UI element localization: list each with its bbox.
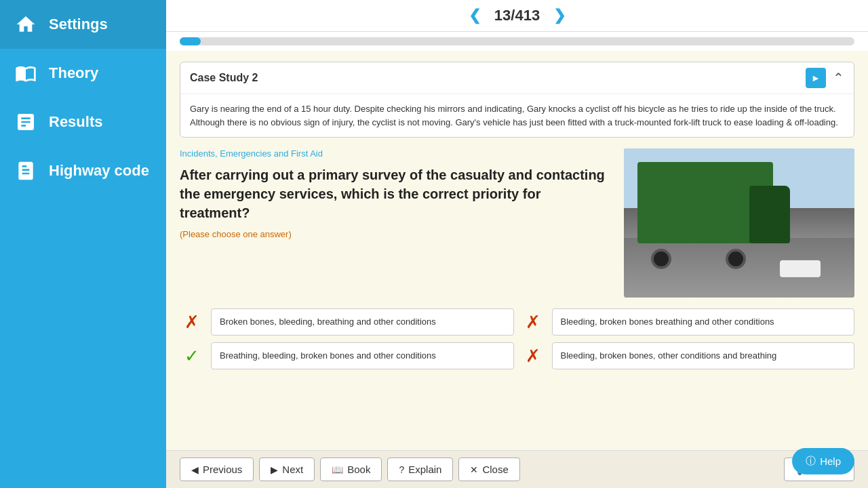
previous-icon: ◀: [191, 464, 199, 475]
help-button[interactable]: ⓘ Help: [792, 448, 854, 474]
sidebar: Settings Theory Results Highway code: [0, 0, 166, 488]
next-icon: ▶: [271, 464, 278, 475]
explain-label: Explain: [408, 464, 441, 475]
next-button[interactable]: ▶ Next: [259, 458, 315, 481]
sidebar-item-results-label: Results: [49, 113, 102, 131]
answer-c-icon: ✓: [180, 344, 204, 368]
next-label: Next: [282, 464, 303, 475]
case-study-title: Case Study 2: [190, 72, 258, 84]
question-left: Incidents, Emergencies and First Aid Aft…: [180, 148, 610, 298]
truck-wheel-rear: [726, 249, 746, 269]
question-nav: ❮ 13/413 ❯: [166, 0, 868, 32]
explain-icon: ?: [399, 464, 404, 475]
home-icon: [14, 12, 38, 37]
case-study-box: Case Study 2 ► ⌃ Gary is nearing the end…: [180, 62, 854, 138]
question-section: Incidents, Emergencies and First Aid Aft…: [180, 148, 854, 298]
sidebar-item-settings-label: Settings: [49, 16, 108, 33]
answer-a-text: Broken bones, bleeding, breathing and ot…: [211, 308, 514, 336]
progress-bar-fill: [180, 37, 201, 45]
sidebar-item-highway-code-label: Highway code: [49, 162, 149, 180]
previous-label: Previous: [203, 464, 242, 475]
answer-item-d[interactable]: ✗ Bleeding, broken bones, other conditio…: [521, 342, 855, 369]
answer-d-icon: ✗: [521, 344, 545, 368]
book-button[interactable]: 📖 Book: [320, 458, 382, 481]
book-icon: 📖: [332, 464, 343, 475]
close-icon: ✕: [470, 464, 478, 475]
truck-wheel-front: [651, 249, 671, 269]
answer-b-text: Bleeding, broken bones breathing and oth…: [552, 308, 855, 336]
sidebar-item-results[interactable]: Results: [0, 98, 166, 146]
person-on-ground: [780, 260, 821, 277]
question-text: After carrying out a primary survey of t…: [180, 165, 610, 222]
sidebar-item-highway-code[interactable]: Highway code: [0, 146, 166, 195]
content-area: Case Study 2 ► ⌃ Gary is nearing the end…: [166, 51, 868, 450]
prev-question-arrow[interactable]: ❮: [469, 7, 481, 24]
answer-a-icon: ✗: [180, 310, 204, 334]
case-study-text: Gary is nearing the end of a 15 hour dut…: [180, 94, 854, 137]
sidebar-item-settings[interactable]: Settings: [0, 0, 166, 49]
case-study-play-button[interactable]: ►: [806, 68, 826, 88]
truck-cab: [749, 186, 790, 243]
case-study-collapse-button[interactable]: ⌃: [833, 70, 844, 86]
progress-bar-track: [180, 37, 854, 45]
book-open-icon: [14, 61, 38, 85]
sidebar-item-theory[interactable]: Theory: [0, 49, 166, 98]
previous-button[interactable]: ◀ Previous: [180, 458, 254, 481]
explain-button[interactable]: ? Explain: [387, 458, 453, 481]
answer-item-b[interactable]: ✗ Bleeding, broken bones breathing and o…: [521, 308, 855, 336]
question-counter: 13/413: [494, 7, 540, 24]
answer-c-text: Breathing, bleeding, broken bones and ot…: [211, 342, 514, 369]
answer-item-a[interactable]: ✗ Broken bones, bleeding, breathing and …: [180, 308, 514, 336]
sidebar-item-theory-label: Theory: [49, 64, 98, 82]
book-label: Book: [347, 464, 370, 475]
chart-icon: [14, 110, 38, 134]
answer-d-text: Bleeding, broken bones, other conditions…: [552, 342, 855, 369]
question-category: Incidents, Emergencies and First Aid: [180, 148, 610, 159]
help-circle-icon: ⓘ: [806, 455, 816, 468]
close-button[interactable]: ✕ Close: [458, 458, 519, 481]
answer-item-c[interactable]: ✓ Breathing, bleeding, broken bones and …: [180, 342, 514, 369]
answer-b-icon: ✗: [521, 310, 545, 334]
truck-scene-illustration: [624, 148, 854, 298]
progress-bar-container: [166, 32, 868, 51]
bottom-toolbar: ◀ Previous ▶ Next 📖 Book ? Explain ✕ Clo…: [166, 450, 868, 488]
question-instruction: (Please choose one answer): [180, 229, 610, 239]
question-image: [624, 148, 854, 298]
help-label: Help: [820, 455, 841, 467]
close-label: Close: [482, 464, 508, 475]
answers-grid: ✗ Broken bones, bleeding, breathing and …: [180, 308, 854, 369]
next-question-arrow[interactable]: ❯: [553, 7, 566, 24]
main-content: ❮ 13/413 ❯ Case Study 2 ► ⌃ Gary is near…: [166, 0, 868, 488]
case-study-controls: ► ⌃: [806, 68, 844, 88]
highway-code-icon: [14, 159, 38, 183]
case-study-header: Case Study 2 ► ⌃: [180, 62, 854, 94]
